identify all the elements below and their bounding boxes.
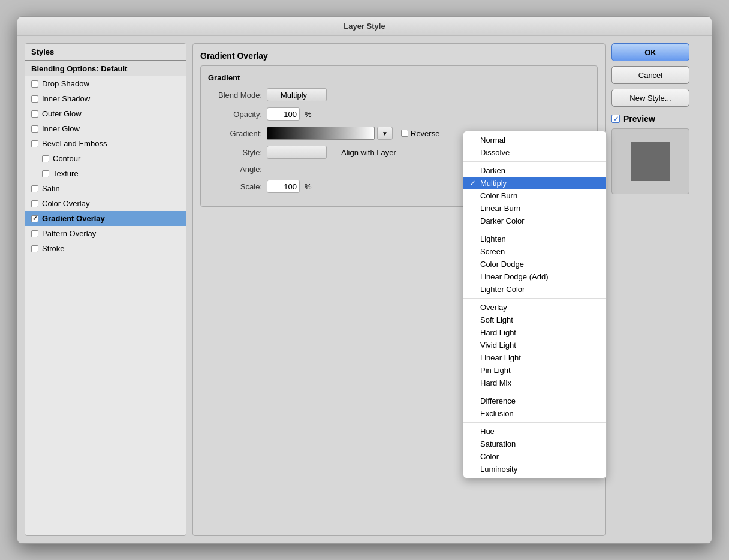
- satin-checkbox[interactable]: [31, 185, 38, 192]
- gradient-overlay-checkbox[interactable]: [31, 215, 38, 222]
- menu-item-exclusion[interactable]: Exclusion: [463, 407, 606, 420]
- blend-mode-dropdown-menu: Normal Dissolve Darken Multiply Color Bu…: [463, 131, 607, 478]
- main-content: Gradient Overlay Gradient Blend Mode: Mu…: [192, 43, 606, 536]
- opacity-row: Opacity: %: [208, 107, 590, 121]
- blend-mode-label: Blend Mode:: [208, 91, 262, 100]
- menu-item-lighter-color[interactable]: Lighter Color: [463, 283, 606, 296]
- reverse-checkbox[interactable]: [401, 130, 408, 137]
- menu-item-linear-burn[interactable]: Linear Burn: [463, 202, 606, 215]
- sidebar-item-satin[interactable]: Satin: [25, 181, 186, 196]
- gradient-preview[interactable]: [267, 127, 375, 140]
- menu-item-color-dodge[interactable]: Color Dodge: [463, 258, 606, 270]
- outer-glow-label: Outer Glow: [42, 109, 82, 118]
- menu-item-multiply[interactable]: Multiply: [463, 177, 606, 189]
- sidebar-item-outer-glow[interactable]: Outer Glow: [25, 106, 186, 121]
- menu-item-vivid-light[interactable]: Vivid Light: [463, 339, 606, 351]
- menu-separator-3: [463, 298, 606, 299]
- preview-section: Preview: [611, 114, 704, 124]
- angle-label: Angle:: [208, 165, 262, 174]
- blending-options-label: Blending Options: Default: [31, 64, 127, 73]
- menu-item-normal[interactable]: Normal: [463, 134, 606, 146]
- section-title: Gradient Overlay: [200, 51, 598, 61]
- sidebar-item-inner-shadow[interactable]: Inner Shadow: [25, 91, 186, 106]
- menu-item-pin-light[interactable]: Pin Light: [463, 364, 606, 377]
- blend-mode-row: Blend Mode: Multiply: [208, 88, 590, 101]
- sidebar-item-pattern-overlay[interactable]: Pattern Overlay: [25, 226, 186, 241]
- style-control: Align with Layer: [267, 146, 396, 159]
- dialog-body: Styles Blending Options: Default Drop Sh…: [17, 36, 712, 543]
- satin-label: Satin: [42, 184, 60, 193]
- menu-item-screen[interactable]: Screen: [463, 245, 606, 258]
- opacity-input[interactable]: [267, 107, 300, 121]
- sidebar-item-stroke[interactable]: Stroke: [25, 241, 186, 256]
- cancel-button[interactable]: Cancel: [611, 66, 689, 84]
- menu-item-darker-color[interactable]: Darker Color: [463, 215, 606, 227]
- inner-glow-checkbox[interactable]: [31, 125, 38, 133]
- right-panel: OK Cancel New Style... Preview: [611, 43, 704, 536]
- gradient-overlay-label: Gradient Overlay: [42, 214, 105, 223]
- menu-item-lighten[interactable]: Lighten: [463, 233, 606, 245]
- inner-glow-label: Inner Glow: [42, 124, 80, 133]
- sidebar-item-contour[interactable]: Contour: [25, 151, 186, 166]
- menu-item-soft-light[interactable]: Soft Light: [463, 314, 606, 326]
- contour-checkbox[interactable]: [42, 155, 49, 162]
- subsection-title: Gradient: [208, 73, 590, 82]
- menu-item-linear-dodge[interactable]: Linear Dodge (Add): [463, 270, 606, 283]
- style-label: Style:: [208, 148, 262, 157]
- ok-button[interactable]: OK: [611, 43, 689, 61]
- menu-item-linear-light[interactable]: Linear Light: [463, 351, 606, 364]
- styles-panel: Styles Blending Options: Default Drop Sh…: [25, 43, 186, 536]
- dialog-titlebar: Layer Style: [17, 17, 712, 36]
- preview-inner: [631, 142, 670, 181]
- blend-mode-dropdown[interactable]: Multiply: [267, 88, 327, 101]
- pattern-overlay-label: Pattern Overlay: [42, 229, 96, 238]
- inner-shadow-checkbox[interactable]: [31, 95, 38, 103]
- drop-shadow-checkbox[interactable]: [31, 80, 38, 88]
- dialog-title: Layer Style: [344, 22, 385, 31]
- color-overlay-label: Color Overlay: [42, 199, 89, 208]
- sidebar-item-drop-shadow[interactable]: Drop Shadow: [25, 76, 186, 91]
- outer-glow-checkbox[interactable]: [31, 110, 38, 118]
- menu-item-luminosity[interactable]: Luminosity: [463, 463, 606, 475]
- sidebar-item-bevel-emboss[interactable]: Bevel and Emboss: [25, 136, 186, 151]
- stroke-label: Stroke: [42, 244, 65, 253]
- menu-item-difference[interactable]: Difference: [463, 395, 606, 407]
- preview-checkbox[interactable]: [611, 115, 620, 123]
- sidebar-item-inner-glow[interactable]: Inner Glow: [25, 121, 186, 136]
- opacity-label: Opacity:: [208, 110, 262, 119]
- menu-item-color[interactable]: Color: [463, 450, 606, 463]
- reverse-label: Reverse: [411, 129, 439, 138]
- gradient-label: Gradient:: [208, 129, 262, 138]
- bevel-emboss-label: Bevel and Emboss: [42, 139, 107, 148]
- menu-item-dissolve[interactable]: Dissolve: [463, 146, 606, 159]
- opacity-percent: %: [305, 110, 312, 119]
- blend-mode-control: Multiply: [267, 88, 327, 101]
- texture-checkbox[interactable]: [42, 170, 49, 177]
- menu-item-hue[interactable]: Hue: [463, 425, 606, 438]
- sidebar-item-blending-options[interactable]: Blending Options: Default: [25, 61, 186, 76]
- menu-item-saturation[interactable]: Saturation: [463, 438, 606, 450]
- inner-shadow-label: Inner Shadow: [42, 94, 90, 103]
- sidebar-item-texture[interactable]: Texture: [25, 166, 186, 181]
- gradient-dropdown-arrow[interactable]: ▼: [377, 127, 393, 140]
- menu-item-color-burn[interactable]: Color Burn: [463, 189, 606, 202]
- style-dropdown[interactable]: [267, 146, 327, 159]
- sidebar-item-gradient-overlay[interactable]: Gradient Overlay: [25, 211, 186, 226]
- pattern-overlay-checkbox[interactable]: [31, 230, 38, 237]
- sidebar-item-color-overlay[interactable]: Color Overlay: [25, 196, 186, 211]
- preview-label: Preview: [623, 114, 655, 124]
- new-style-button[interactable]: New Style...: [611, 89, 689, 107]
- styles-list: Blending Options: Default Drop Shadow In…: [25, 61, 186, 256]
- bevel-emboss-checkbox[interactable]: [31, 140, 38, 147]
- stroke-checkbox[interactable]: [31, 245, 38, 252]
- menu-separator-1: [463, 161, 606, 162]
- menu-item-hard-light[interactable]: Hard Light: [463, 326, 606, 339]
- menu-item-overlay[interactable]: Overlay: [463, 301, 606, 314]
- color-overlay-checkbox[interactable]: [31, 200, 38, 207]
- menu-separator-4: [463, 392, 606, 392]
- scale-input[interactable]: [267, 180, 300, 193]
- menu-item-hard-mix[interactable]: Hard Mix: [463, 377, 606, 389]
- menu-item-darken[interactable]: Darken: [463, 164, 606, 177]
- align-label: Align with Layer: [341, 148, 396, 157]
- styles-header: Styles: [25, 44, 186, 61]
